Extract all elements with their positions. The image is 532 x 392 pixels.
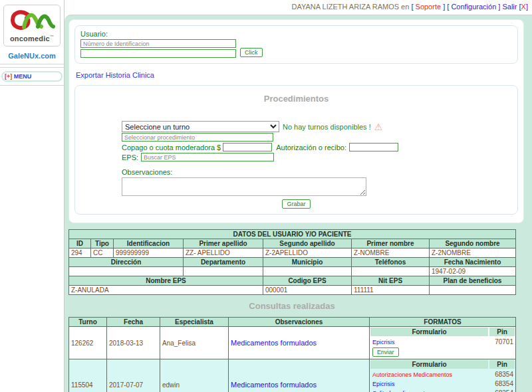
consulta-row: 115504 2017-07-07 edwin Medicamentos for…: [69, 359, 516, 392]
soporte-link[interactable]: Soporte: [416, 3, 442, 11]
turno-select[interactable]: Seleccione un turno: [122, 121, 279, 132]
eps-code: 000001: [263, 286, 352, 295]
copago-input[interactable]: [223, 143, 272, 151]
col-header: Nit EPS: [352, 276, 430, 286]
pin-subheader: Pin: [489, 360, 515, 369]
col-header: Plan de beneficios: [430, 276, 516, 286]
patient-municipality: [263, 267, 352, 276]
topbar: DAYANA LIZETH ARIZA RAMOS en [ Soporte ]…: [65, 0, 532, 15]
autorizacion-input[interactable]: [349, 143, 398, 151]
eps-label: EPS:: [122, 153, 138, 161]
formato-pin: 68354: [487, 380, 513, 387]
col-header-observaciones: Observaciones: [229, 318, 370, 327]
consulta-observaciones-link[interactable]: Medicamentos formulados: [231, 339, 317, 347]
procedimiento-search-input[interactable]: [122, 133, 273, 142]
copago-label: Copago o cuota moderadora $: [122, 144, 221, 151]
bracket: ]: [443, 3, 445, 11]
observaciones-label: Observaciones:: [122, 168, 512, 176]
bracket: [: [411, 3, 413, 11]
benefits-plan: [430, 286, 516, 295]
col-header: ID: [69, 239, 91, 248]
sidebar-divider: [0, 67, 64, 68]
eps-search-input[interactable]: [141, 153, 274, 161]
bracket: ]: [526, 3, 528, 11]
consulta-fecha: 2017-07-07: [107, 359, 160, 392]
salir-link[interactable]: Salir: [502, 3, 517, 11]
consultas-title: Consultas realizadas: [68, 301, 515, 311]
formato-link[interactable]: Autorizaciones Medicamentos: [372, 371, 487, 378]
formato-pin: 68354: [487, 371, 513, 378]
consulta-observaciones-link[interactable]: Medicamentos formulados: [231, 381, 317, 389]
formato-link[interactable]: Solitud medicamentos: [372, 390, 487, 392]
datos-paciente-table: DATOS DEL USUARIO Y/O PACIENTE ID Tipo I…: [68, 229, 516, 295]
close-session-x-link[interactable]: X: [521, 3, 526, 11]
datos-title: DATOS DEL USUARIO Y/O PACIENTE: [69, 230, 516, 239]
formatos-subheader: Formulario Pin: [370, 360, 515, 369]
usuario-label: Usuario:: [80, 30, 108, 38]
col-header: Nombre EPS: [69, 276, 263, 286]
col-header: Teléfonos: [352, 258, 430, 267]
patient-phones: [352, 267, 430, 276]
usuario-box: Usuario: Click: [74, 25, 518, 64]
forms-panel: Usuario: Click Exportar Historia Clinica…: [68, 19, 524, 223]
procedimientos-box: Procedimientos Seleccione un turno No ha…: [74, 85, 518, 215]
col-header-fecha: Fecha: [107, 318, 160, 327]
galenux-site-link[interactable]: GaleNUx.com: [0, 52, 64, 60]
sidebar-divider: [0, 85, 64, 86]
consulta-especialista: Ana_Felisa: [160, 327, 229, 359]
formatos-subheader: Formulario Pin: [370, 328, 515, 336]
menu-toggle[interactable]: [+] MENU: [1, 71, 63, 82]
patient-second-name: Z-2NOMBRE: [430, 248, 516, 258]
observaciones-textarea[interactable]: [122, 177, 366, 196]
autorizacion-label: Autorización o recibo:: [276, 144, 346, 151]
consulta-formatos-cell: Formulario Pin Epicrisis70701 Enviar: [370, 327, 516, 359]
consultas-table-body: 126262 2018-03-13 Ana_Felisa Medicamento…: [69, 327, 516, 392]
col-header: Municipio: [263, 258, 352, 267]
patient-birthdate: 1947-02-09: [430, 267, 516, 276]
patient-second-surname: Z-2APELLIDO: [263, 248, 352, 258]
consultas-table: Turno Fecha Especialista Observaciones F…: [68, 317, 516, 392]
warning-icon: ⚠: [374, 122, 383, 132]
trademark-symbol: ™: [50, 35, 54, 39]
col-header: Tipo: [91, 239, 114, 248]
formatos-list: Epicrisis70701: [370, 337, 515, 346]
sidebar-divider: [0, 64, 64, 64]
export-historia-link[interactable]: Exportar Historia Clinica: [76, 71, 518, 79]
patient-department: [184, 267, 263, 276]
eps-nit: 111111: [352, 286, 430, 295]
main-content: Usuario: Click Exportar Historia Clinica…: [65, 15, 532, 392]
identification-confirm-input[interactable]: [80, 49, 236, 58]
patient-first-surname: ZZ- APELLIDO: [184, 248, 263, 258]
col-header: Dirección: [69, 258, 184, 267]
col-header: Segundo apellido: [263, 239, 352, 248]
enviar-button[interactable]: Enviar: [372, 347, 399, 357]
consulta-fecha: 2018-03-13: [107, 327, 160, 359]
patient-doc-type: CC: [91, 248, 114, 258]
menu-label: MENU: [14, 73, 32, 80]
consulta-especialista: edwin: [160, 359, 229, 392]
oncomedic-logo: oncomedic™: [3, 5, 61, 47]
configuracion-link[interactable]: Configuración: [451, 3, 496, 11]
col-header: Identificacion: [114, 239, 184, 248]
col-header-turno: Turno: [69, 318, 107, 327]
patient-identification: 999999999: [114, 248, 184, 258]
formato-link[interactable]: Epicrisis: [372, 381, 487, 387]
click-button[interactable]: Click: [240, 48, 263, 57]
bracket: ]: [498, 3, 500, 11]
consulta-turno: 126262: [69, 327, 107, 359]
formatos-list: Autorizaciones Medicamentos68354Epicrisi…: [370, 369, 515, 392]
formulario-subheader: Formulario: [370, 360, 488, 369]
oncomedic-swirl-icon: [8, 8, 56, 33]
formato-link[interactable]: Epicrisis: [372, 339, 487, 345]
identification-input[interactable]: [80, 39, 236, 48]
col-header: Segundo nombre: [430, 239, 516, 248]
patient-first-name: Z-NOMBRE: [352, 248, 430, 258]
sidebar: oncomedic™ GaleNUx.com [+] MENU: [0, 0, 65, 392]
consulta-formatos-cell: Formulario Pin Autorizaciones Medicament…: [370, 359, 516, 392]
formulario-subheader: Formulario: [370, 328, 488, 336]
en-text: en: [401, 3, 409, 11]
grabar-button[interactable]: Grabar: [282, 199, 310, 209]
col-header-formatos: FORMATOS: [370, 318, 516, 327]
no-turnos-message: No hay turnos disponibles !: [283, 123, 371, 131]
col-header: Primer apellido: [184, 239, 263, 248]
